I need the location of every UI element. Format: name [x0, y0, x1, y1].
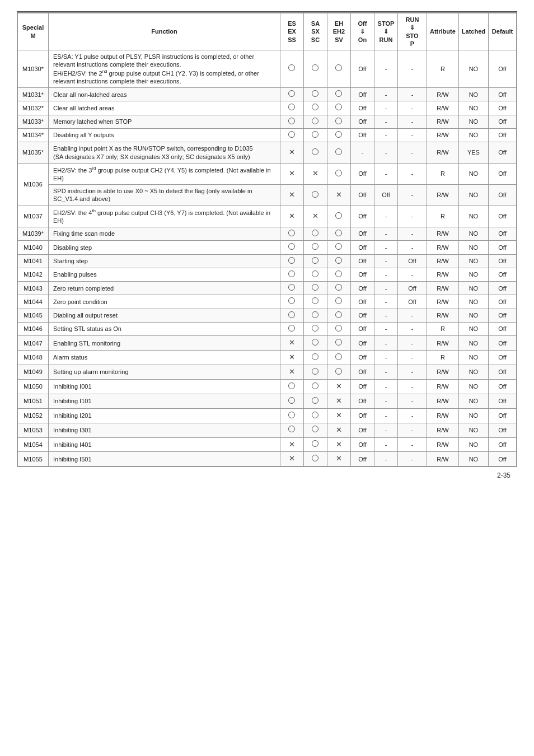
circle-symbol [288, 118, 295, 124]
attribute-cell: R/W [427, 115, 458, 128]
off-on-cell: Off [350, 206, 374, 227]
latched-cell: NO [458, 336, 488, 351]
stop-run-cell: - [374, 227, 397, 240]
default-cell: Off [489, 365, 517, 380]
es-cell [280, 408, 303, 423]
circle-symbol [335, 118, 342, 124]
circle-symbol [335, 64, 342, 71]
function-cell: Clear all non-latched areas [49, 88, 280, 101]
circle-symbol [312, 64, 318, 71]
function-cell: Inhibiting I301 [49, 423, 280, 437]
function-cell: Inhibiting I401 [49, 437, 280, 452]
eh-cell [327, 142, 350, 164]
circle-symbol [288, 104, 295, 110]
circle-symbol [288, 284, 295, 291]
latched-cell: NO [458, 452, 488, 466]
es-cell: ✕ [280, 185, 303, 206]
attribute-cell: R/W [427, 309, 458, 322]
table-row: M1039* Fixing time scan mode Off - - R/W… [18, 227, 517, 240]
off-on-cell: Off [350, 437, 374, 452]
stop-run-cell: - [374, 282, 397, 295]
default-cell: Off [489, 254, 517, 268]
off-on-cell: Off [350, 322, 374, 335]
col-header-es: ESEXSS [280, 13, 303, 50]
table-row: M1042 Enabling pulses Off - - R/W NO Off [18, 268, 517, 281]
stop-run-cell: - [374, 394, 397, 408]
table-row: M1051 Inhibiting I101 ✕ Off - - R/W NO O… [18, 394, 517, 408]
col-header-special-m: Special M [18, 13, 49, 50]
cross-symbol: ✕ [289, 367, 295, 376]
circle-symbol [335, 368, 342, 375]
run-stop-cell: - [397, 437, 427, 452]
sa-cell [303, 115, 327, 128]
default-cell: Off [489, 206, 517, 227]
eh-cell [327, 268, 350, 281]
off-on-cell: Off [350, 365, 374, 380]
eh-cell [327, 295, 350, 309]
sa-cell [303, 322, 327, 335]
es-cell [280, 282, 303, 295]
sa-cell [303, 88, 327, 101]
function-cell: Starting step [49, 254, 280, 268]
run-stop-cell: - [397, 50, 427, 88]
function-cell: Disabling all Y outputs [49, 128, 280, 142]
stop-run-cell: - [374, 88, 397, 101]
stop-run-cell: - [374, 336, 397, 351]
attribute-cell: R/W [427, 423, 458, 437]
attribute-cell: R/W [427, 379, 458, 394]
off-on-cell: Off [350, 423, 374, 437]
sa-cell [303, 101, 327, 115]
cross-symbol: ✕ [336, 454, 342, 463]
function-cell: Inhibiting I201 [49, 408, 280, 423]
run-stop-cell: Off [397, 295, 427, 309]
default-cell: Off [489, 115, 517, 128]
off-on-cell: Off [350, 254, 374, 268]
latched-cell: NO [458, 88, 488, 101]
col-header-run-stop: RUN⇓STOP [397, 13, 427, 50]
circle-symbol [335, 212, 342, 219]
function-cell: Inhibiting I501 [49, 452, 280, 466]
off-on-cell: Off [350, 452, 374, 466]
special-m-cell: M1031* [18, 88, 49, 101]
stop-run-cell: - [374, 437, 397, 452]
table-row: M1030* ES/SA: Y1 pulse output of PLSY, P… [18, 50, 517, 88]
es-cell [280, 128, 303, 142]
es-cell [280, 115, 303, 128]
off-on-cell: Off [350, 50, 374, 88]
special-m-cell: M1033* [18, 115, 49, 128]
circle-symbol [312, 131, 318, 138]
off-on-cell: Off [350, 128, 374, 142]
special-m-cell: M1042 [18, 268, 49, 281]
run-stop-cell: - [397, 408, 427, 423]
attribute-cell: R/W [427, 365, 458, 380]
page-number: 2-35 [17, 467, 517, 482]
circle-symbol [288, 311, 295, 318]
attribute-cell: R/W [427, 336, 458, 351]
es-cell [280, 101, 303, 115]
stop-run-cell: Off [374, 185, 397, 206]
default-cell: Off [489, 227, 517, 240]
eh-cell: ✕ [327, 452, 350, 466]
circle-symbol [335, 131, 342, 138]
cross-symbol: ✕ [336, 396, 342, 405]
es-cell: ✕ [280, 452, 303, 466]
eh-cell [327, 50, 350, 88]
eh-cell [327, 309, 350, 322]
function-cell: Fixing time scan mode [49, 227, 280, 240]
run-stop-cell: - [397, 206, 427, 227]
special-m-cell: M1034* [18, 128, 49, 142]
special-m-cell: M1053 [18, 423, 49, 437]
circle-symbol [312, 270, 318, 277]
latched-cell: NO [458, 115, 488, 128]
table-row: M1034* Disabling all Y outputs Off - - R… [18, 128, 517, 142]
attribute-cell: R [427, 322, 458, 335]
latched-cell: NO [458, 365, 488, 380]
run-stop-cell: Off [397, 254, 427, 268]
default-cell: Off [489, 185, 517, 206]
run-stop-cell: - [397, 227, 427, 240]
cross-symbol: ✕ [336, 426, 342, 434]
col-header-attribute: Attribute [427, 13, 458, 50]
es-cell: ✕ [280, 142, 303, 164]
off-on-cell: Off [350, 394, 374, 408]
es-cell [280, 254, 303, 268]
